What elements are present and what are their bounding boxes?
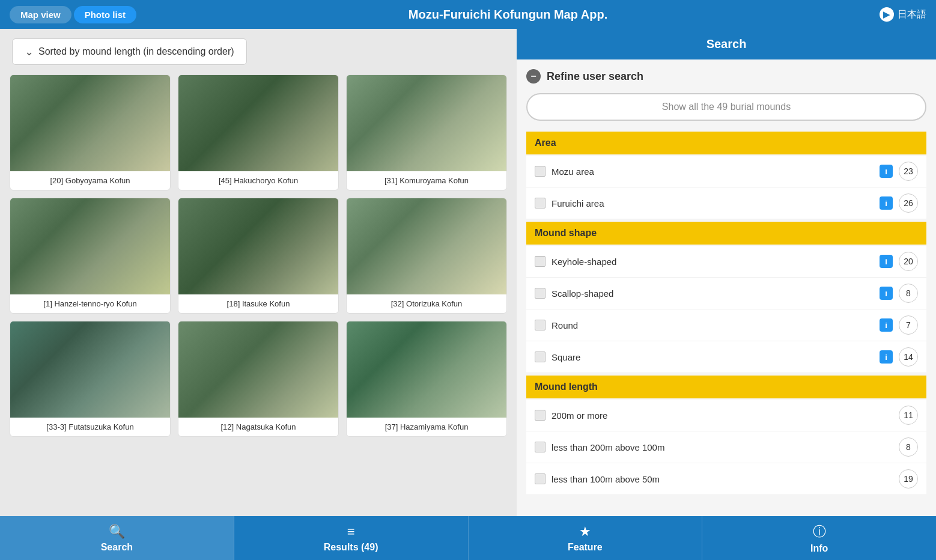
filter-item-furuichi: Furuichi area i 26 xyxy=(526,187,926,219)
filter-count-scallop: 8 xyxy=(899,284,918,303)
results-nav-icon: ≡ xyxy=(347,524,355,540)
photo-row-1: [20] Gobyoyama Kofun [45] Hakuchoryo Kof… xyxy=(10,75,507,190)
photo-label-nagatsuka: [12] Nagatsuka Kofun xyxy=(178,418,338,436)
filter-checkbox-round[interactable] xyxy=(535,320,545,330)
filter-info-round[interactable]: i xyxy=(880,318,893,332)
photo-img-hanzei xyxy=(10,198,170,294)
filter-checkbox-keyhole[interactable] xyxy=(535,256,545,267)
photo-card-itasuke[interactable]: [18] Itasuke Kofun xyxy=(178,198,339,314)
filter-label-mozu: Mozu area xyxy=(552,166,874,177)
filter-info-furuichi[interactable]: i xyxy=(880,196,893,210)
lang-arrow-icon: ▶ xyxy=(880,7,894,22)
search-nav-icon: 🔍 xyxy=(109,524,125,540)
photo-label-otorizuka: [32] Otorizuka Kofun xyxy=(347,294,506,313)
app-header: Map view Photo list Mozu-Furuichi Kofung… xyxy=(0,0,936,29)
filter-checkbox-scallop[interactable] xyxy=(535,288,545,299)
nav-item-search[interactable]: 🔍 Search xyxy=(0,516,234,560)
sort-bar: ⌄ Sorted by mound length (in descending … xyxy=(0,29,517,75)
filter-count-200m-more: 11 xyxy=(899,406,918,425)
photo-grid-container[interactable]: [20] Gobyoyama Kofun [45] Hakuchoryo Kof… xyxy=(0,75,517,516)
photo-panel: ⌄ Sorted by mound length (in descending … xyxy=(0,29,517,516)
filter-item-50-100m: less than 100m above 50m 19 xyxy=(526,463,926,495)
filter-item-square: Square i 14 xyxy=(526,341,926,373)
photo-card-hanzei[interactable]: [1] Hanzei-tenno-ryo Kofun xyxy=(10,198,171,314)
photo-label-itasuke: [18] Itasuke Kofun xyxy=(178,294,338,313)
filter-label-furuichi: Furuichi area xyxy=(552,198,874,208)
language-label: 日本語 xyxy=(898,8,926,21)
filter-info-keyhole[interactable]: i xyxy=(880,255,893,268)
tab-photo-list[interactable]: Photo list xyxy=(74,6,136,23)
show-all-button[interactable]: Show all the 49 burial mounds xyxy=(526,93,926,121)
filter-section-area-header: Area xyxy=(526,132,926,154)
nav-label-search: Search xyxy=(101,542,133,553)
filter-checkbox-square[interactable] xyxy=(535,352,545,362)
photo-img-hakuchoryo xyxy=(178,75,338,171)
filter-section-mound-shape: Mound shape Keyhole-shaped i 20 Scallop-… xyxy=(526,222,926,373)
sort-chevron-icon: ⌄ xyxy=(25,45,34,58)
search-body[interactable]: − Refine user search Show all the 49 bur… xyxy=(517,59,936,516)
filter-count-100-200m: 8 xyxy=(899,437,918,457)
filter-info-mozu[interactable]: i xyxy=(880,165,893,178)
filter-section-area: Area Mozu area i 23 Furuichi area i 26 xyxy=(526,132,926,219)
filter-checkbox-50-100m[interactable] xyxy=(535,473,545,484)
filter-label-100-200m: less than 200m above 100m xyxy=(552,442,893,452)
filter-checkbox-200m-more[interactable] xyxy=(535,410,545,421)
filter-checkbox-100-200m[interactable] xyxy=(535,442,545,452)
filter-checkbox-furuichi[interactable] xyxy=(535,198,545,208)
language-button[interactable]: ▶ 日本語 xyxy=(880,7,926,22)
nav-item-info[interactable]: ⓘ Info xyxy=(702,516,936,560)
nav-item-results[interactable]: ≡ Results (49) xyxy=(234,516,469,560)
info-nav-icon: ⓘ xyxy=(813,523,826,541)
filter-label-square: Square xyxy=(552,352,874,362)
photo-img-futatsuzuka xyxy=(10,321,170,418)
filter-label-50-100m: less than 100m above 50m xyxy=(552,474,893,484)
photo-img-nagatsuka xyxy=(178,321,338,418)
photo-card-komuroyama[interactable]: [31] Komuroyama Kofun xyxy=(346,75,507,190)
filter-section-mound-shape-header: Mound shape xyxy=(526,222,926,245)
photo-card-nagatsuka[interactable]: [12] Nagatsuka Kofun xyxy=(178,321,339,437)
filter-section-mound-length-header: Mound length xyxy=(526,376,926,398)
app-title: Mozu-Furuichi Kofungun Map App. xyxy=(409,8,607,22)
nav-label-feature: Feature xyxy=(568,542,603,553)
filter-section-mound-length: Mound length 200m or more 11 less than 2… xyxy=(526,376,926,495)
filter-checkbox-mozu[interactable] xyxy=(535,166,545,177)
nav-label-results: Results (49) xyxy=(324,542,378,553)
photo-card-gobyoyama[interactable]: [20] Gobyoyama Kofun xyxy=(10,75,171,190)
photo-card-futatsuzuka[interactable]: [33-3] Futatsuzuka Kofun xyxy=(10,321,171,437)
filter-info-scallop[interactable]: i xyxy=(880,287,893,300)
photo-img-komuroyama xyxy=(347,75,506,171)
photo-card-hazamiyama[interactable]: [37] Hazamiyama Kofun xyxy=(346,321,507,437)
filter-count-keyhole: 20 xyxy=(899,252,918,271)
search-panel-header: Search xyxy=(517,29,936,59)
filter-label-scallop: Scallop-shaped xyxy=(552,288,874,299)
photo-label-hazamiyama: [37] Hazamiyama Kofun xyxy=(347,418,506,436)
nav-item-feature[interactable]: ★ Feature xyxy=(469,516,703,560)
filter-count-square: 14 xyxy=(899,347,918,367)
filter-item-200m-more: 200m or more 11 xyxy=(526,400,926,431)
filter-label-200m-more: 200m or more xyxy=(552,410,893,421)
filter-count-mozu: 23 xyxy=(899,162,918,181)
photo-img-itasuke xyxy=(178,198,338,294)
photo-img-gobyoyama xyxy=(10,75,170,171)
photo-label-futatsuzuka: [33-3] Futatsuzuka Kofun xyxy=(10,418,170,436)
photo-img-hazamiyama xyxy=(347,321,506,418)
photo-img-otorizuka xyxy=(347,198,506,294)
filter-item-100-200m: less than 200m above 100m 8 xyxy=(526,431,926,463)
search-panel: Search − Refine user search Show all the… xyxy=(517,29,936,516)
refine-header: − Refine user search xyxy=(526,69,926,84)
refine-title: Refine user search xyxy=(547,70,643,83)
filter-count-50-100m: 19 xyxy=(899,469,918,488)
sort-button[interactable]: ⌄ Sorted by mound length (in descending … xyxy=(12,38,247,65)
photo-card-hakuchoryo[interactable]: [45] Hakuchoryo Kofun xyxy=(178,75,339,190)
photo-row-3: [33-3] Futatsuzuka Kofun [12] Nagatsuka … xyxy=(10,321,507,437)
filter-info-square[interactable]: i xyxy=(880,350,893,364)
photo-card-otorizuka[interactable]: [32] Otorizuka Kofun xyxy=(346,198,507,314)
header-tabs: Map view Photo list xyxy=(10,6,136,23)
refine-collapse-icon[interactable]: − xyxy=(526,69,541,84)
bottom-nav: 🔍 Search ≡ Results (49) ★ Feature ⓘ Info xyxy=(0,516,936,560)
tab-map-view[interactable]: Map view xyxy=(10,6,71,23)
nav-label-info: Info xyxy=(810,543,828,554)
feature-nav-icon: ★ xyxy=(579,524,591,540)
photo-label-gobyoyama: [20] Gobyoyama Kofun xyxy=(10,171,170,190)
filter-item-keyhole: Keyhole-shaped i 20 xyxy=(526,246,926,278)
